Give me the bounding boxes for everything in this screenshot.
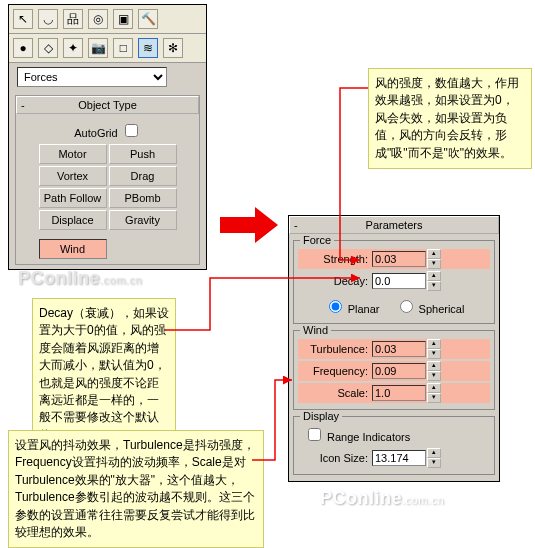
watermark-2: PConline.com.cn: [320, 488, 444, 509]
spin-down-icon[interactable]: ▾: [427, 281, 441, 291]
strength-label: Strength:: [298, 253, 372, 265]
helper-icon[interactable]: □: [113, 38, 133, 58]
spacewarp-icon[interactable]: ≋: [138, 38, 158, 58]
decay-input[interactable]: [372, 273, 426, 289]
wind-group: Wind Turbulence: ▴▾ Frequency: ▴▾ Scale:…: [293, 330, 495, 410]
wind-title: Wind: [300, 324, 331, 336]
hierarchy-icon[interactable]: 品: [63, 9, 83, 29]
spin-down-icon[interactable]: ▾: [427, 349, 441, 359]
display-icon[interactable]: ▣: [113, 9, 133, 29]
parameters-title: Parameters: [366, 219, 423, 231]
scale-row: Scale: ▴▾: [298, 383, 490, 403]
systems-icon[interactable]: ✻: [163, 38, 183, 58]
note-wind: 设置风的抖动效果，Turbulence是抖动强度，Frequency设置抖动的波…: [8, 430, 264, 548]
forces-panel: ↖ ◡ 品 ◎ ▣ 🔨 ● ◇ ✦ 📷 □ ≋ ✻ Forces - Objec…: [8, 4, 207, 270]
spin-up-icon[interactable]: ▴: [427, 361, 441, 371]
push-button[interactable]: Push: [109, 144, 177, 164]
minus-icon: -: [294, 219, 298, 231]
spin-up-icon[interactable]: ▴: [427, 271, 441, 281]
camera-icon[interactable]: 📷: [88, 38, 108, 58]
motor-button[interactable]: Motor: [39, 144, 107, 164]
decay-row: Decay: ▴▾: [298, 271, 490, 291]
turbulence-input[interactable]: [372, 341, 426, 357]
light-icon[interactable]: ✦: [63, 38, 83, 58]
spin-down-icon[interactable]: ▾: [427, 393, 441, 403]
spin-up-icon[interactable]: ▴: [427, 339, 441, 349]
gravity-button[interactable]: Gravity: [109, 210, 177, 230]
note-strength: 风的强度，数值越大，作用效果越强，如果设置为0，风会失效，如果设置为负值，风的方…: [368, 68, 532, 169]
spin-up-icon[interactable]: ▴: [427, 448, 441, 458]
watermark-1: PConline.com.cn: [18, 268, 142, 289]
toolbar-row2: ● ◇ ✦ 📷 □ ≋ ✻: [9, 34, 206, 63]
sphere-icon[interactable]: ●: [13, 38, 33, 58]
spin-down-icon[interactable]: ▾: [427, 371, 441, 381]
object-type-header[interactable]: - Object Type: [16, 96, 199, 114]
icon-size-label: Icon Size:: [298, 452, 372, 464]
arrow-icon[interactable]: ↖: [13, 9, 33, 29]
decay-label: Decay:: [298, 275, 372, 287]
shapes-icon[interactable]: ◇: [38, 38, 58, 58]
planar-radio[interactable]: Planar: [324, 303, 380, 315]
frequency-row: Frequency: ▴▾: [298, 361, 490, 381]
display-group: Display Range Indicators Icon Size: ▴▾: [293, 416, 495, 475]
shape-radio-row: Planar Spherical: [298, 293, 490, 319]
turbulence-row: Turbulence: ▴▾: [298, 339, 490, 359]
path-follow-button[interactable]: Path Follow: [39, 188, 107, 208]
force-title: Force: [300, 234, 334, 246]
hammer-icon[interactable]: 🔨: [138, 9, 158, 29]
frequency-label: Frequency:: [298, 365, 372, 377]
displace-button[interactable]: Displace: [39, 210, 107, 230]
autogrid-label: AutoGrid: [74, 127, 117, 139]
category-dropdown[interactable]: Forces: [17, 67, 167, 87]
autogrid-checkbox[interactable]: [125, 124, 138, 137]
spin-up-icon[interactable]: ▴: [427, 249, 441, 259]
object-type-title: Object Type: [78, 99, 137, 111]
note-decay: Decay（衰减），如果设置为大于0的值，风的强度会随着风源距离的增大而减小，默…: [32, 298, 176, 451]
object-type-rollout: - Object Type AutoGrid MotorPush VortexD…: [15, 95, 200, 265]
range-row: Range Indicators: [298, 423, 490, 446]
big-arrow-icon: [220, 205, 280, 245]
scale-label: Scale:: [298, 387, 372, 399]
parameters-header[interactable]: - Parameters: [289, 216, 499, 234]
turbulence-label: Turbulence:: [298, 343, 372, 355]
toolbar-row1: ↖ ◡ 品 ◎ ▣ 🔨: [9, 5, 206, 34]
icon-size-row: Icon Size: ▴▾: [298, 448, 490, 468]
pbomb-button[interactable]: PBomb: [109, 188, 177, 208]
force-group: Force Strength: ▴▾ Decay: ▴▾ Planar Sphe…: [293, 240, 495, 324]
vortex-button[interactable]: Vortex: [39, 166, 107, 186]
minus-icon: -: [21, 99, 25, 111]
range-label: Range Indicators: [327, 431, 410, 443]
display-title: Display: [300, 410, 342, 422]
range-checkbox[interactable]: [308, 428, 321, 441]
drag-button[interactable]: Drag: [109, 166, 177, 186]
frequency-input[interactable]: [372, 363, 426, 379]
parameters-panel: - Parameters Force Strength: ▴▾ Decay: ▴…: [288, 215, 500, 482]
strength-row: Strength: ▴▾: [298, 249, 490, 269]
spin-up-icon[interactable]: ▴: [427, 383, 441, 393]
wind-button[interactable]: Wind: [39, 239, 107, 259]
spherical-radio[interactable]: Spherical: [395, 303, 465, 315]
icon-size-input[interactable]: [372, 450, 426, 466]
motion-icon[interactable]: ◎: [88, 9, 108, 29]
autogrid-row: AutoGrid: [20, 118, 195, 143]
svg-marker-0: [220, 207, 278, 243]
spin-down-icon[interactable]: ▾: [427, 259, 441, 269]
rainbow-icon[interactable]: ◡: [38, 9, 58, 29]
scale-input[interactable]: [372, 385, 426, 401]
strength-input[interactable]: [372, 251, 426, 267]
spin-down-icon[interactable]: ▾: [427, 458, 441, 468]
